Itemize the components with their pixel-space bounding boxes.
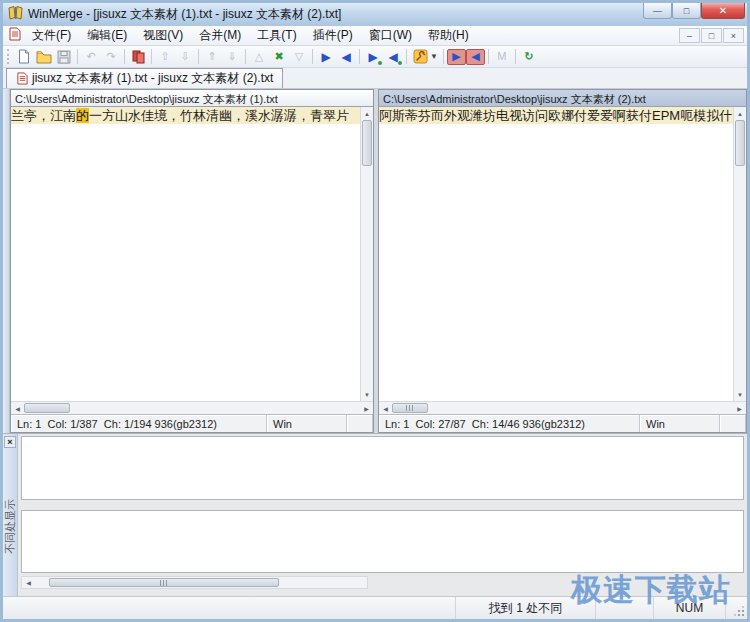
left-line-suffix: 一方山水佳境，竹林清幽，溪水潺潺，青翠片: [89, 108, 349, 123]
mdi-close-button[interactable]: ×: [723, 28, 744, 43]
diff-detail-left-box[interactable]: [21, 436, 744, 500]
right-cursor-position: Ln: 1 Col: 27/87 Ch: 14/46 936(gb2312): [379, 415, 640, 432]
left-eol-style: Win: [267, 415, 347, 432]
prev-diff-button[interactable]: ⇧: [155, 48, 175, 66]
scroll-right-icon[interactable]: ▶: [733, 402, 746, 414]
toolbar-grip: [7, 49, 10, 64]
scroll-left-icon[interactable]: ◀: [22, 577, 35, 588]
menu-tools[interactable]: 工具(T): [249, 25, 304, 46]
right-hscroll-thumb[interactable]: [392, 403, 428, 413]
menu-plugins[interactable]: 插件(P): [305, 25, 361, 46]
right-vscroll-thumb[interactable]: [735, 120, 745, 166]
statusbar-message-area: [3, 597, 455, 619]
mdi-restore-button[interactable]: □: [701, 28, 722, 43]
right-horizontal-scrollbar[interactable]: ◀ ▶: [379, 401, 746, 414]
save-floppy-icon: [57, 50, 71, 64]
scroll-left-icon[interactable]: ◀: [11, 402, 24, 414]
right-status-spare: [720, 415, 746, 432]
left-status-spare: [347, 415, 373, 432]
statusbar-spare: [595, 597, 653, 619]
resize-grip[interactable]: [725, 597, 747, 619]
menu-edit[interactable]: 编辑(E): [79, 25, 135, 46]
undo-button[interactable]: ↶: [81, 48, 101, 66]
last-diff-button[interactable]: ▽: [289, 48, 309, 66]
right-eol-style: Win: [640, 415, 720, 432]
left-editor[interactable]: 兰亭，江南的一方山水佳境，竹林清幽，溪水潺潺，青翠片: [11, 107, 360, 401]
copy-left-advance-button[interactable]: ◀: [383, 48, 403, 66]
maximize-button[interactable]: □: [672, 3, 701, 19]
new-file-icon: [17, 49, 31, 64]
left-pane-statusbar: Ln: 1 Col: 1/387 Ch: 1/194 936(gb2312) W…: [11, 414, 373, 432]
left-line-word-diff: 的: [76, 108, 89, 123]
left-vscroll-thumb[interactable]: [362, 120, 372, 166]
right-pane-statusbar: Ln: 1 Col: 27/87 Ch: 14/46 936(gb2312) W…: [379, 414, 746, 432]
menu-help[interactable]: 帮助(H): [420, 25, 477, 46]
winmerge-window: WinMerge - [jisuxz 文本素材 (1).txt - jisuxz…: [0, 0, 750, 622]
copy-all-right-button[interactable]: ▶: [447, 49, 466, 65]
diff-pane-close-button[interactable]: ×: [4, 436, 16, 448]
menu-window[interactable]: 窗口(W): [361, 25, 420, 46]
mdi-minimize-button[interactable]: –: [679, 28, 700, 43]
diff-detail-pane: × 不同处显示 ◀: [3, 433, 747, 596]
menubar: 文件(F) 编辑(E) 视图(V) 合并(M) 工具(T) 插件(P) 窗口(W…: [3, 26, 747, 46]
close-button[interactable]: ✕: [701, 3, 745, 19]
right-editor[interactable]: 阿斯蒂芬而外观潍坊电视访问欧娜付爱爱啊获付EPM呃模拟什: [379, 107, 733, 401]
menu-view[interactable]: 视图(V): [135, 25, 191, 46]
prev-conflict-button[interactable]: ⇑: [202, 48, 222, 66]
right-file-path-header[interactable]: C:\Users\Administrator\Desktop\jisuxz 文本…: [379, 90, 746, 107]
left-horizontal-scrollbar[interactable]: ◀ ▶: [11, 401, 373, 414]
scroll-down-icon[interactable]: ▼: [361, 388, 373, 401]
left-vertical-scrollbar[interactable]: ▲ ▼: [360, 107, 373, 401]
first-diff-button[interactable]: △: [249, 48, 269, 66]
options-dropdown-caret[interactable]: ▼: [430, 52, 438, 61]
left-file-path-header[interactable]: C:\Users\Administrator\Desktop\jisuxz 文本…: [11, 90, 373, 107]
open-file-button[interactable]: [34, 48, 54, 66]
right-diff-line: 阿斯蒂芬而外观潍坊电视访问欧娜付爱爱啊获付EPM呃模拟什: [379, 107, 733, 124]
scroll-thumb-grip: [160, 580, 168, 586]
scroll-up-icon[interactable]: ▲: [734, 107, 746, 120]
tab-label: jisuxz 文本素材 (1).txt - jisuxz 文本素材 (2).tx…: [32, 70, 273, 87]
save-button[interactable]: [54, 48, 74, 66]
right-file-pane: C:\Users\Administrator\Desktop\jisuxz 文本…: [378, 89, 747, 433]
compare-area: C:\Users\Administrator\Desktop\jisuxz 文本…: [3, 89, 747, 433]
window-title: WinMerge - [jisuxz 文本素材 (1).txt - jisuxz…: [23, 6, 643, 23]
diff-pane-horizontal-scrollbar[interactable]: ◀: [21, 576, 368, 589]
rescan-icon: [131, 49, 146, 64]
redo-button[interactable]: ↷: [101, 48, 121, 66]
diff-pane-content: ◀: [18, 434, 747, 596]
menu-file[interactable]: 文件(F): [24, 25, 79, 46]
menu-merge[interactable]: 合并(M): [191, 25, 249, 46]
open-folder-icon: [36, 50, 52, 64]
right-vertical-scrollbar[interactable]: ▲ ▼: [733, 107, 746, 401]
scroll-up-icon[interactable]: ▲: [361, 107, 373, 120]
toolbar: ↶ ↷ ⇧ ⇩ ⇑ ⇓ △ ✖ ▽ ▶ ◀ ▶ ◀ ▼ ▶ ◀ M ↻: [3, 46, 747, 68]
new-file-button[interactable]: [14, 48, 34, 66]
scroll-left-icon[interactable]: ◀: [379, 402, 392, 414]
diff-count-status: 找到 1 处不同: [455, 597, 595, 619]
copy-right-advance-button[interactable]: ▶: [363, 48, 383, 66]
copy-all-left-button[interactable]: ◀: [466, 49, 485, 65]
diff-pane-title: 不同处显示: [3, 499, 18, 554]
current-diff-button[interactable]: ✖: [269, 48, 289, 66]
copy-left-button[interactable]: ◀: [336, 48, 356, 66]
diff-detail-right-box[interactable]: [21, 510, 744, 573]
scroll-thumb-grip: [406, 405, 414, 411]
document-icon: [8, 27, 21, 45]
scroll-down-icon[interactable]: ▼: [734, 388, 746, 401]
statusbar: 找到 1 处不同 NUM: [3, 596, 747, 619]
minimize-button[interactable]: —: [643, 3, 672, 19]
copy-right-button[interactable]: ▶: [316, 48, 336, 66]
compare-tab[interactable]: jisuxz 文本素材 (1).txt - jisuxz 文本素材 (2).tx…: [6, 68, 283, 88]
merge-mode-button[interactable]: M: [492, 48, 512, 66]
location-pane: [3, 89, 10, 433]
next-conflict-button[interactable]: ⇓: [222, 48, 242, 66]
next-diff-button[interactable]: ⇩: [175, 48, 195, 66]
diff-pane-gripper: × 不同处显示: [3, 434, 18, 596]
diff-hscroll-thumb[interactable]: [49, 578, 279, 587]
refresh-button[interactable]: ↻: [519, 48, 539, 66]
options-button[interactable]: [410, 48, 430, 66]
resize-grip-icon: [742, 614, 744, 616]
left-hscroll-thumb[interactable]: [24, 403, 70, 413]
rescan-button[interactable]: [128, 48, 148, 66]
scroll-right-icon[interactable]: ▶: [360, 402, 373, 414]
